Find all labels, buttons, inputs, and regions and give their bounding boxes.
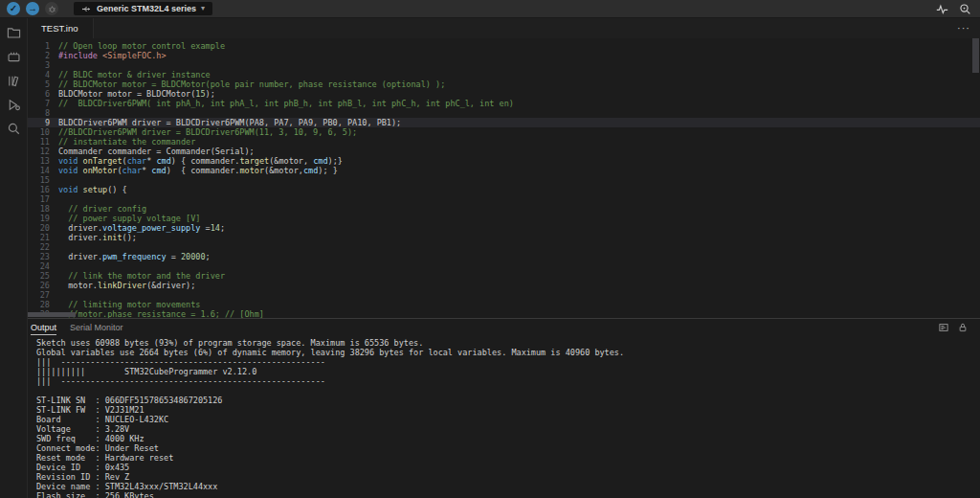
code-line[interactable]: 25 // link the motor and the driver <box>27 271 980 281</box>
tab-test-ino[interactable]: TEST.ino <box>27 17 94 38</box>
line-number: 8 <box>27 108 58 118</box>
tab-label: TEST.ino <box>41 23 78 34</box>
code-line[interactable]: 12Commander commander = Commander(Serial… <box>27 147 980 156</box>
code-line[interactable]: 18 // driver config <box>27 204 980 214</box>
code-line[interactable]: 28 // limiting motor movements <box>27 300 980 309</box>
panel-actions <box>938 322 969 333</box>
code-line[interactable]: 22 <box>27 242 980 252</box>
code-text: // BLDCMotor motor = BLDCMotor(pole pair… <box>58 79 445 89</box>
line-number: 7 <box>27 99 58 108</box>
output-line: Global variables use 2664 bytes (6%) of … <box>36 348 980 357</box>
code-text: void setup() { <box>58 185 127 194</box>
code-line[interactable]: 27 <box>27 290 980 300</box>
code-line[interactable]: 8 <box>27 108 980 118</box>
output-line: Flash size : 256 KBytes <box>36 491 980 498</box>
line-number: 19 <box>27 214 58 223</box>
code-line[interactable]: 29 //motor.phase_resistance = 1.6; // [O… <box>27 309 980 318</box>
code-line[interactable]: 1// Open loop motor control example <box>27 41 980 51</box>
line-number: 14 <box>27 166 58 175</box>
code-line[interactable]: 23 driver.pwm_frequency = 20000; <box>27 252 980 261</box>
code-line[interactable]: 15 <box>27 175 980 185</box>
verify-button[interactable]: ✓ <box>7 2 20 15</box>
output-line: Voltage : 3.28V <box>36 424 980 434</box>
editor-tab-bar: TEST.ino ··· <box>27 17 980 38</box>
line-number: 24 <box>27 261 58 271</box>
code-text: // link the motor and the driver <box>58 271 225 281</box>
ellipsis-icon: ··· <box>957 22 970 34</box>
debugger-icon[interactable] <box>7 98 21 112</box>
output-line: Revision ID : Rev Z <box>36 472 980 482</box>
line-number: 6 <box>27 89 58 99</box>
line-number: 27 <box>27 290 58 300</box>
editor-horizontal-scrollbar[interactable] <box>28 312 76 317</box>
line-number: 26 <box>27 281 58 290</box>
code-text: //BLDCDriver6PWM driver = BLDCDriver6PWM… <box>58 127 357 137</box>
code-line[interactable]: 17 <box>27 194 980 204</box>
toolbar: ✓ → Generic STM32L4 series ▾ <box>0 0 980 18</box>
output-line: Device ID : 0x435 <box>36 463 980 472</box>
library-manager-icon[interactable] <box>7 74 21 88</box>
code-line[interactable]: 24 <box>27 261 980 271</box>
output-line <box>36 386 980 396</box>
check-icon: ✓ <box>10 2 17 15</box>
code-line[interactable]: 4// BLDC motor & driver instance <box>27 70 980 79</box>
line-number: 16 <box>27 185 58 194</box>
code-line[interactable]: 6BLDCMotor motor = BLDCMotor(15); <box>27 89 980 99</box>
code-line[interactable]: 2#include <SimpleFOC.h> <box>27 51 980 60</box>
code-line[interactable]: 20 driver.voltage_power_supply =14; <box>27 223 980 233</box>
serial-plotter-icon[interactable] <box>935 2 949 16</box>
scroll-lock-icon[interactable] <box>957 322 969 333</box>
line-number: 21 <box>27 233 58 242</box>
code-line[interactable]: 5// BLDCMotor motor = BLDCMotor(pole pai… <box>27 79 980 89</box>
code-text: // limiting motor movements <box>58 300 200 309</box>
code-text: driver.pwm_frequency = 20000; <box>58 252 211 261</box>
line-number: 18 <box>27 204 58 214</box>
line-number: 5 <box>27 79 58 89</box>
serial-monitor-icon[interactable] <box>958 2 972 16</box>
clear-output-icon[interactable] <box>938 322 949 333</box>
tab-output[interactable]: Output <box>31 321 56 335</box>
tab-serial-monitor[interactable]: Serial Monitor <box>70 321 123 334</box>
search-icon[interactable] <box>7 122 21 136</box>
code-line[interactable]: 26 motor.linkDriver(&driver); <box>27 281 980 290</box>
line-number: 12 <box>27 147 58 156</box>
code-line[interactable]: 16void setup() { <box>27 185 980 194</box>
bottom-panel: Output Serial Monitor Sketch uses 60988 … <box>27 318 980 498</box>
output-line: ST-LINK FW : V2J31M21 <box>36 405 980 415</box>
output-line: Device name : STM32L43xxx/STM32L44xxx <box>36 482 980 491</box>
code-line[interactable]: 11// instantiate the commander <box>27 137 980 147</box>
code-text: // driver config <box>58 204 146 214</box>
code-line[interactable]: 14void onMotor(char* cmd) { commander.mo… <box>27 166 980 175</box>
sketchbook-folder-icon[interactable] <box>7 26 21 40</box>
chevron-down-icon: ▾ <box>201 5 205 12</box>
line-number: 28 <box>27 300 58 309</box>
line-number: 13 <box>27 156 58 166</box>
board-selector[interactable]: Generic STM32L4 series ▾ <box>74 2 212 15</box>
code-lines: 1// Open loop motor control example2#inc… <box>27 41 980 318</box>
code-text: // BLDC motor & driver instance <box>58 70 211 79</box>
code-line[interactable]: 7// BLDCDriver6PWM( int phA_h, int phA_l… <box>27 99 980 108</box>
code-line[interactable]: 21 driver.init(); <box>27 233 980 242</box>
board-selector-label: Generic STM32L4 series <box>97 4 196 13</box>
code-text: // instantiate the commander <box>58 137 195 147</box>
output-line: Sketch uses 60988 bytes (93%) of program… <box>36 338 980 348</box>
code-text: #include <SimpleFOC.h> <box>58 51 167 60</box>
line-number: 2 <box>27 51 58 60</box>
toolbar-right <box>935 2 972 16</box>
line-number: 17 <box>27 194 58 204</box>
boards-manager-icon[interactable] <box>7 50 21 64</box>
code-line[interactable]: 10//BLDCDriver6PWM driver = BLDCDriver6P… <box>27 127 980 137</box>
code-editor[interactable]: 1// Open loop motor control example2#inc… <box>27 38 980 318</box>
code-line[interactable]: 3 <box>27 60 980 70</box>
arrow-right-icon: → <box>28 2 37 15</box>
code-line[interactable]: 13void onTarget(char* cmd) { commander.t… <box>27 156 980 166</box>
upload-button[interactable]: → <box>26 2 39 15</box>
code-text: void onTarget(char* cmd) { commander.tar… <box>58 156 343 166</box>
code-text: BLDCMotor motor = BLDCMotor(15); <box>58 89 215 99</box>
debug-button[interactable] <box>45 2 58 15</box>
code-text: driver.init(); <box>58 233 137 242</box>
code-line[interactable]: 19 // power supply voltage [V] <box>27 214 980 223</box>
tab-overflow-menu[interactable]: ··· <box>957 17 980 38</box>
code-line[interactable]: 9BLDCDriver6PWM driver = BLDCDriver6PWM(… <box>27 118 980 127</box>
editor-vertical-scrollbar[interactable] <box>972 38 979 73</box>
